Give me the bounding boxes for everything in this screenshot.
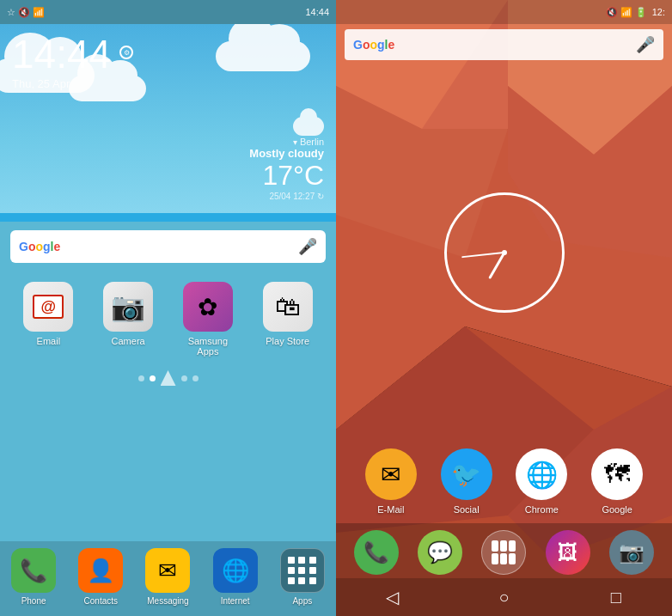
samsung-app-row: @ Email 📷 Camera ✿ SamsungApps [0,282,336,357]
samsung-date: Thu, 25 Apr [12,77,133,90]
weather-temp: 17°C [249,160,324,192]
android-dock-sms[interactable]: 💬 [418,530,462,575]
samsung-searchbar[interactable]: Google 🎤 [0,222,336,271]
analog-clock [444,192,565,313]
weather-condition: Mostly cloudy [249,147,324,160]
samsung-dock-row: 📞 Phone 👤 Contacts ✉ Messaging 🌐 [0,548,336,606]
nav-back-button[interactable]: ◁ [366,578,418,616]
camera-label: Camera [112,336,145,346]
dock-phone-icon: 📞 [11,548,56,593]
samsung-weather-info: ▾ Berlin Mostly cloudy 17°C 25/04 12:27 … [249,137,324,201]
dock-apps[interactable]: Apps [272,548,333,606]
samsung-app-camera[interactable]: 📷 Camera [94,282,162,357]
dot-4 [192,375,199,381]
google-search-label[interactable]: Google [19,240,298,253]
nav-home-button[interactable]: ○ [478,578,529,616]
clock-center [502,250,507,255]
android-main-apps: ✉ E-Mail 🐦 Social 🌐 Chrome 🗺 [336,448,672,515]
android-google-label: Google [602,504,632,515]
dock-contacts-label: Contacts [84,596,118,606]
android-searchbar[interactable]: Google 🎤 [336,24,672,65]
android-phone: 🔇 📶 🔋 12: Google 🎤 ✉ E-Mail [336,0,672,616]
android-app-social[interactable]: 🐦 Social [432,448,501,515]
dock-internet[interactable]: 🌐 Internet [205,548,266,606]
android-status-icons: 🔇 📶 🔋 [606,7,647,18]
dock-messaging-label: Messaging [147,596,188,606]
android-chrome-label: Chrome [525,504,559,515]
android-dock-launcher[interactable] [481,530,526,575]
android-dock-row: 📞 💬 🖼 📷 [336,530,672,575]
samsung-app-samsungapps[interactable]: ✿ SamsungApps [174,282,242,357]
samsung-app-playstore[interactable]: 🛍 Play Store [254,282,322,357]
samsung-apps-icon: ✿ [183,282,233,332]
dot-2 [150,375,156,381]
dock-phone[interactable]: 📞 Phone [3,548,64,606]
dock-internet-label: Internet [221,596,250,606]
android-social-label: Social [454,504,480,515]
dock-internet-icon: 🌐 [213,548,258,593]
play-store-icon: 🛍 [263,282,313,332]
clock-hour-hand [488,252,505,279]
weather-updated: 25/04 12:27 ↻ [249,192,324,201]
dock-phone-label: Phone [21,596,46,606]
android-dock: 📞 💬 🖼 📷 [336,523,672,578]
camera-icon: 📷 [103,282,153,332]
android-email-icon: ✉ [365,448,417,500]
samsung-time: 14:44 [305,7,329,17]
settings-icon[interactable]: ⚙ [119,46,133,59]
samsung-status-icons: ☆ 🔇 📶 [7,7,45,18]
android-chrome-icon: 🌐 [516,448,567,500]
samsung-phone: ☆ 🔇 📶 14:44 14:44 ⚙ Thu, 25 Apr ▾ Berlin… [0,0,336,616]
android-mic-icon[interactable]: 🎤 [636,35,655,54]
samsung-big-time: 14:44 [12,34,111,74]
android-navbar: ◁ ○ □ [336,578,672,616]
android-app-email[interactable]: ✉ E-Mail [357,448,425,515]
samsung-blue-strip [0,213,336,222]
email-icon: @ [23,282,73,332]
dock-contacts-icon: 👤 [78,548,123,593]
weather-cloud-icon [293,117,324,136]
samsung-dock: 📞 Phone 👤 Contacts ✉ Messaging 🌐 [0,541,336,616]
google-logo: Google [353,38,636,52]
samsung-apps-label: SamsungApps [188,336,228,357]
android-dock-gallery[interactable]: 🖼 [546,530,590,575]
samsung-time-date: 14:44 ⚙ Thu, 25 Apr [12,34,133,90]
android-statusbar: 🔇 📶 🔋 12: [336,0,672,24]
email-label: Email [37,336,61,346]
android-app-maps[interactable]: 🗺 Google [583,448,651,515]
clock-minute-hand [461,252,504,258]
page-indicator [138,370,199,386]
dock-apps-label: Apps [292,596,312,606]
samsung-weather-widget: 14:44 ⚙ Thu, 25 Apr ▾ Berlin Mostly clou… [0,24,336,213]
android-searchbar-inner[interactable]: Google 🎤 [345,29,663,60]
android-maps-icon: 🗺 [591,448,643,500]
dock-messaging-icon: ✉ [145,548,190,593]
dock-contacts[interactable]: 👤 Contacts [70,548,131,606]
mic-icon[interactable]: 🎤 [298,237,317,256]
play-store-label: Play Store [266,336,309,346]
android-time: 12: [652,7,665,17]
cloud-3 [216,41,310,71]
nav-recent-button[interactable]: □ [590,578,642,616]
samsung-searchbar-inner[interactable]: Google 🎤 [10,230,326,263]
android-twitter-icon: 🐦 [441,448,492,500]
samsung-statusbar: ☆ 🔇 📶 14:44 [0,0,336,24]
weather-location: ▾ Berlin [249,137,324,147]
samsung-app-email[interactable]: @ Email [14,282,82,357]
android-email-label: E-Mail [377,504,404,515]
dock-messaging[interactable]: ✉ Messaging [137,548,198,606]
home-indicator[interactable] [161,370,176,386]
android-apps-row: ✉ E-Mail 🐦 Social 🌐 Chrome 🗺 [336,440,672,523]
android-dock-camera[interactable]: 📷 [609,530,654,575]
samsung-apps-grid: @ Email 📷 Camera ✿ SamsungApps [0,271,336,541]
android-dock-phone[interactable]: 📞 [354,530,399,575]
dot-1 [138,375,144,381]
android-app-chrome[interactable]: 🌐 Chrome [507,448,576,515]
dot-3 [181,375,187,381]
dock-apps-icon [280,548,325,593]
clock-widget [336,65,672,440]
